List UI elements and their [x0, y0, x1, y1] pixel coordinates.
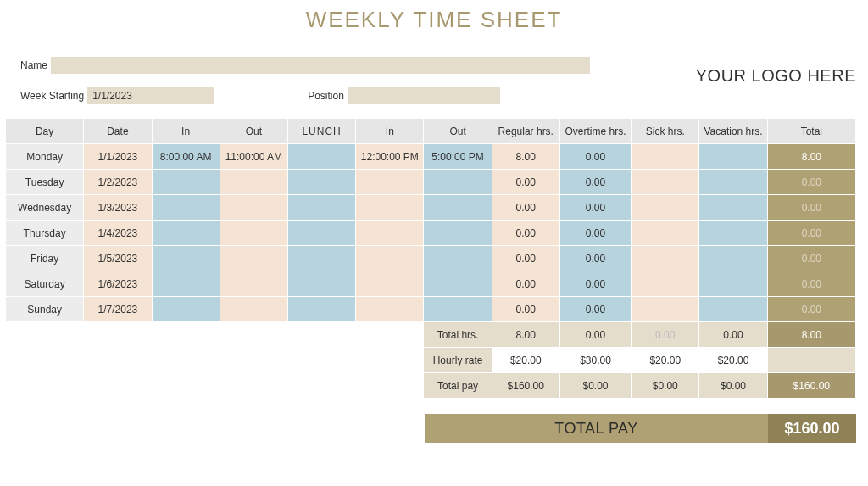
hdr-in2: In [356, 119, 424, 144]
cell-reg: 0.00 [492, 221, 559, 246]
cell-vac[interactable] [699, 271, 767, 297]
cell-total: 8.00 [767, 144, 855, 170]
cell-out1[interactable] [220, 297, 287, 322]
hdr-vac: Vacation hrs. [699, 119, 767, 144]
cell-in1[interactable] [152, 170, 220, 195]
cell-in2[interactable] [356, 297, 424, 322]
cell-out1[interactable] [220, 246, 287, 271]
cell-sick[interactable] [632, 221, 699, 246]
cell-vac[interactable] [699, 144, 767, 170]
cell-lunch [287, 246, 355, 271]
hdr-out1: Out [220, 119, 287, 144]
cell-lunch [287, 144, 355, 170]
cell-out2[interactable] [424, 297, 492, 322]
cell-date[interactable]: 1/5/2023 [84, 246, 152, 271]
cell-in2[interactable] [356, 195, 424, 221]
cell-out2[interactable] [424, 221, 492, 246]
cell-date[interactable]: 1/2/2023 [84, 170, 152, 195]
cell-day: Monday [6, 144, 84, 170]
cell-out1[interactable]: 11:00:00 AM [220, 144, 287, 170]
grand-total-label: TOTAL PAY [425, 414, 768, 443]
cell-sick[interactable] [632, 195, 699, 221]
cell-total: 0.00 [767, 221, 855, 246]
total-hrs-sick: 0.00 [632, 322, 699, 348]
hdr-day: Day [6, 119, 84, 144]
cell-out2[interactable] [424, 170, 492, 195]
total-pay-sick: $0.00 [632, 373, 699, 399]
cell-in1[interactable] [152, 271, 220, 297]
grand-total-row: TOTAL PAY $160.00 [425, 414, 856, 443]
cell-in2[interactable] [356, 170, 424, 195]
total-pay-total: $160.00 [767, 373, 855, 399]
hourly-rate-label: Hourly rate [424, 348, 492, 373]
cell-vac[interactable] [699, 170, 767, 195]
cell-reg: 0.00 [492, 195, 559, 221]
grand-total-value: $160.00 [768, 414, 856, 443]
cell-out2[interactable] [424, 246, 492, 271]
cell-out1[interactable] [220, 195, 287, 221]
cell-lunch [287, 297, 355, 322]
cell-in2[interactable] [356, 221, 424, 246]
cell-date[interactable]: 1/7/2023 [84, 297, 152, 322]
cell-in2[interactable] [356, 271, 424, 297]
cell-in1[interactable]: 8:00:00 AM [152, 144, 220, 170]
cell-reg: 0.00 [492, 170, 559, 195]
hourly-rate-reg[interactable]: $20.00 [492, 348, 559, 373]
week-starting-label: Week Starting [20, 90, 84, 102]
cell-ot: 0.00 [559, 144, 631, 170]
total-hrs-reg: 8.00 [492, 322, 559, 348]
cell-sick[interactable] [632, 170, 699, 195]
cell-vac[interactable] [699, 246, 767, 271]
name-field[interactable] [51, 57, 590, 74]
cell-in2[interactable] [356, 246, 424, 271]
cell-vac[interactable] [699, 195, 767, 221]
cell-day: Sunday [6, 297, 84, 322]
cell-out1[interactable] [220, 221, 287, 246]
total-pay-label: Total pay [424, 373, 492, 399]
cell-total: 0.00 [767, 170, 855, 195]
total-hrs-total: 8.00 [767, 322, 855, 348]
cell-out2[interactable] [424, 195, 492, 221]
total-pay-reg: $160.00 [492, 373, 559, 399]
table-row: Friday1/5/20230.000.000.00 [6, 246, 856, 271]
cell-ot: 0.00 [559, 297, 631, 322]
cell-in1[interactable] [152, 221, 220, 246]
hourly-rate-row: Hourly rate $20.00 $30.00 $20.00 $20.00 [6, 348, 856, 373]
hourly-rate-vac[interactable]: $20.00 [699, 348, 767, 373]
cell-reg: 0.00 [492, 271, 559, 297]
hourly-rate-sick[interactable]: $20.00 [632, 348, 699, 373]
position-field[interactable] [348, 87, 500, 104]
cell-in1[interactable] [152, 246, 220, 271]
logo-placeholder: YOUR LOGO HERE [696, 66, 856, 86]
total-pay-ot: $0.00 [559, 373, 631, 399]
cell-out2[interactable]: 5:00:00 PM [424, 144, 492, 170]
cell-total: 0.00 [767, 271, 855, 297]
cell-sick[interactable] [632, 297, 699, 322]
cell-date[interactable]: 1/3/2023 [84, 195, 152, 221]
hourly-rate-total [767, 348, 855, 373]
cell-vac[interactable] [699, 221, 767, 246]
name-label: Name [20, 59, 47, 71]
total-pay-vac: $0.00 [699, 373, 767, 399]
cell-vac[interactable] [699, 297, 767, 322]
cell-in1[interactable] [152, 297, 220, 322]
cell-date[interactable]: 1/6/2023 [84, 271, 152, 297]
cell-sick[interactable] [632, 144, 699, 170]
cell-date[interactable]: 1/4/2023 [84, 221, 152, 246]
hdr-date: Date [84, 119, 152, 144]
cell-out1[interactable] [220, 170, 287, 195]
cell-out2[interactable] [424, 271, 492, 297]
cell-date[interactable]: 1/1/2023 [84, 144, 152, 170]
table-row: Thursday1/4/20230.000.000.00 [6, 221, 856, 246]
hourly-rate-ot[interactable]: $30.00 [559, 348, 631, 373]
cell-in1[interactable] [152, 195, 220, 221]
cell-sick[interactable] [632, 271, 699, 297]
cell-ot: 0.00 [559, 271, 631, 297]
cell-in2[interactable]: 12:00:00 PM [356, 144, 424, 170]
week-starting-field[interactable]: 1/1/2023 [87, 87, 214, 104]
cell-sick[interactable] [632, 246, 699, 271]
cell-out1[interactable] [220, 271, 287, 297]
cell-reg: 0.00 [492, 297, 559, 322]
cell-day: Wednesday [6, 195, 84, 221]
table-row: Wednesday1/3/20230.000.000.00 [6, 195, 856, 221]
